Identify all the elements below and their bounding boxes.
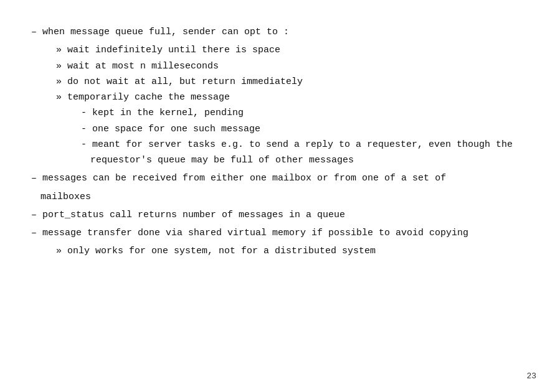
line-only-works: » only works for one system, not for a d… bbox=[56, 244, 524, 258]
line-temporarily-cache-text: » temporarily cache the message bbox=[56, 92, 230, 103]
line-wait-most: » wait at most n milleseconds bbox=[56, 59, 524, 73]
line-meant-server-text: - meant for server tasks e.g. to send a … bbox=[81, 139, 513, 150]
line-kept-kernel: - kept in the kernel, pending bbox=[81, 106, 524, 120]
line-requestor-queue-text: requestor's queue may be full of other m… bbox=[90, 155, 354, 166]
page-number: 23 bbox=[526, 371, 536, 381]
line-port-status-suffix: call returns number of messages in a que… bbox=[104, 210, 345, 220]
line-one-space: - one space for one such message bbox=[81, 122, 524, 136]
line-one-space-text: - one space for one such message bbox=[81, 124, 260, 134]
line-mailboxes-text: mailboxes bbox=[40, 192, 91, 202]
line-messages-received-prefix: – messages can be received from either o… bbox=[31, 173, 412, 184]
line-do-not-wait-text: » do not wait at all, but return immedia… bbox=[56, 77, 303, 87]
line-messages-received-suffix: of bbox=[429, 173, 446, 184]
line-do-not-wait: » do not wait at all, but return immedia… bbox=[56, 75, 524, 89]
line-port-status: – port_status call returns number of mes… bbox=[31, 208, 524, 222]
line-port-status-bold: port_status bbox=[42, 210, 104, 220]
line-wait-indefinitely-text: » wait indefinitely until there is space bbox=[56, 45, 280, 55]
line-when-queue-text: – when message queue full, sender can op… bbox=[31, 27, 289, 37]
slide-content: – when message queue full, sender can op… bbox=[31, 25, 524, 259]
line-messages-received-set: set bbox=[412, 173, 429, 184]
line-mailboxes: mailboxes bbox=[40, 190, 524, 204]
line-wait-indefinitely: » wait indefinitely until there is space bbox=[56, 43, 524, 57]
line-wait-most-suffix: milleseconds bbox=[146, 61, 219, 72]
line-meant-server: - meant for server tasks e.g. to send a … bbox=[81, 138, 524, 152]
line-kept-kernel-text: - kept in the kernel, pending bbox=[81, 108, 244, 118]
line-temporarily-cache: » temporarily cache the message bbox=[56, 90, 524, 105]
line-wait-most-prefix: » wait at most bbox=[56, 61, 140, 72]
line-messages-received: – messages can be received from either o… bbox=[31, 171, 524, 185]
line-only-works-text: » only works for one system, not for a d… bbox=[56, 246, 376, 256]
line-when-queue: – when message queue full, sender can op… bbox=[31, 25, 524, 39]
line-wait-most-n: n bbox=[140, 61, 146, 72]
line-message-transfer-text: – message transfer done via shared virtu… bbox=[31, 228, 468, 238]
line-port-status-prefix: – bbox=[31, 210, 42, 220]
line-message-transfer: – message transfer done via shared virtu… bbox=[31, 226, 524, 240]
line-requestor-queue: requestor's queue may be full of other m… bbox=[90, 153, 524, 167]
slide: – when message queue full, sender can op… bbox=[0, 0, 555, 392]
